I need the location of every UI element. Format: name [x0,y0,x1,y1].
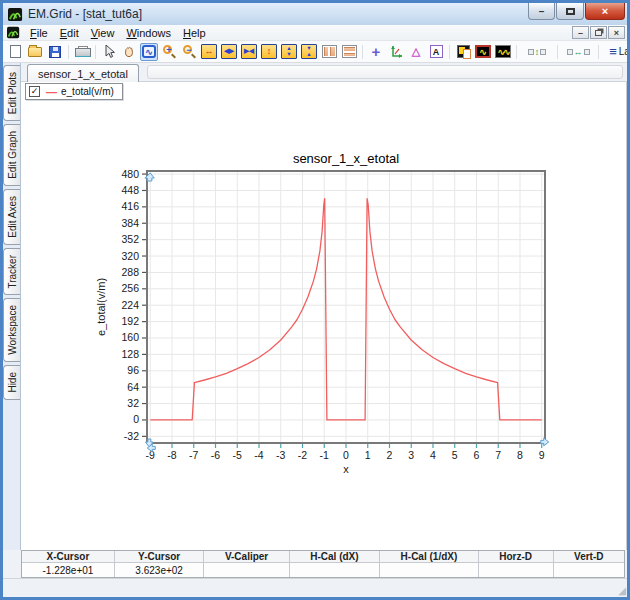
pan-tool-button[interactable] [120,43,138,61]
sidebar-item-label: Edit Axes [7,190,18,244]
minimize-icon: – [539,6,545,17]
sidebar-item-edit-plots[interactable]: Edit Plots [3,65,20,121]
mdi-close-button[interactable]: × [608,26,625,39]
resize-grip[interactable]: ◢ [618,586,626,596]
y-tick-label: 384 [121,217,139,229]
menu-edit[interactable]: Edit [54,26,85,40]
mdi-minimize-icon: – [578,28,583,38]
tab-sensor-1-x-etotal[interactable]: sensor_1_x_etotal [27,64,139,82]
tracker-value: 3.623e+02 [115,563,204,577]
tracker-readout-area: X-Cursor-1.228e+01Y-Cursor3.623e+02V-Cal… [3,550,627,578]
toolbar-separator [359,43,366,61]
mdi-minimize-button[interactable]: – [572,26,589,39]
y-tick-label: 416 [121,200,139,212]
tracker-value [380,563,478,577]
mdi-restore-icon [595,30,602,36]
layout-button[interactable]: ≡Layout [603,43,627,61]
crosshair-tool-button[interactable]: + [367,43,385,61]
open-file-button[interactable] [26,43,44,61]
x-tick-label: -3 [276,449,285,461]
menu-windows[interactable]: Windows [120,26,177,40]
toolbar-separator [446,43,453,61]
space-horizontal-button[interactable]: ↔ [562,43,594,61]
x-tick-label: -8 [167,449,176,461]
tracker-header: X-Cursor [22,551,114,563]
space-vertical-button[interactable]: ↕ [521,43,553,61]
toolbar-separator [65,43,72,61]
crosshair-icon: + [372,43,381,60]
plot-area[interactable]: -9-8-7-6-5-4-3-2-10123456789-32032649612… [21,82,626,551]
select-tool-button[interactable] [100,43,118,61]
y-tick-label: 0 [133,413,139,425]
status-bar: ◢ [3,578,627,597]
maximize-button[interactable] [556,3,584,20]
cursor-arrow-icon [102,44,116,59]
sidebar-item-workspace[interactable]: Workspace [3,298,20,362]
zoom-in-button[interactable]: + [160,43,178,61]
text-tool-button[interactable]: A [427,43,445,61]
save-floppy-icon [49,46,61,58]
y-tick-label: 288 [121,266,139,278]
x-axis-label: x [343,463,349,475]
minimize-button[interactable]: – [528,3,555,20]
x-tick-label: 6 [474,449,480,461]
plot-canvas[interactable]: ✓ — e_total(v/m) -9-8-7-6-5-4-3-2-101234… [21,82,627,550]
tracker-header: H-Cal (dX) [290,551,379,563]
y-tick-label: 256 [121,282,139,294]
menu-help[interactable]: Help [177,26,212,40]
save-file-button[interactable] [46,43,64,61]
tracker-column: H-Cal (1/dX) [379,551,478,577]
print-button[interactable] [73,43,91,61]
menu-view[interactable]: View [85,26,121,40]
sidebar-item-hide[interactable]: Hide [3,365,20,400]
tracker-column: Y-Cursor3.623e+02 [114,551,204,577]
vertical-panes-button[interactable] [320,43,338,61]
horizontal-panes-button[interactable] [340,43,358,61]
zoom-out-icon: − [182,44,197,59]
tracker-value [290,563,379,577]
compress-x-button[interactable]: ▶◀ [240,43,258,61]
legend-checkbox[interactable]: ✓ [29,86,40,97]
layout-icon: ≡Layout [609,44,627,59]
vertical-panes-icon [322,45,337,58]
plot-style-1-button[interactable]: ∿ [474,43,492,61]
image-overlay-icon [457,45,470,58]
mdi-restore-button[interactable] [590,26,607,39]
close-button[interactable]: × [585,3,625,20]
toolbar-separator [513,43,520,61]
expand-x-button[interactable]: ↔ [200,43,218,61]
shrink-y-button[interactable]: ▲▼ [280,43,298,61]
new-file-button[interactable] [6,43,24,61]
zoom-in-icon: + [162,44,177,59]
y-tick-label: 96 [127,364,139,376]
tracker-column: V-Caliper [203,551,288,577]
menu-bar: FileEditViewWindowsHelp – × [3,25,627,41]
axes-icon [389,45,403,59]
shrink-x-button[interactable]: ◀▶ [220,43,238,61]
zoom-out-button[interactable]: − [180,43,198,61]
y-tick-label: 352 [121,233,139,245]
zoom-window-tool-button[interactable]: ∿ [140,43,158,61]
compress-y-button[interactable]: ▼▲ [300,43,318,61]
x-tick-label: 7 [495,449,501,461]
tracker-column: Vert-D [553,551,624,577]
legend-line-sample: — [46,86,56,98]
tracker-value [479,563,553,577]
caliper-tool-button[interactable]: △ [407,43,425,61]
horizontal-panes-icon [342,45,357,58]
y-tick-label: 224 [121,299,139,311]
image-overlay-button[interactable] [454,43,472,61]
mdi-close-icon: × [614,28,619,38]
sidebar-item-edit-axes[interactable]: Edit Axes [3,189,20,245]
y-tick-label: 320 [121,250,139,262]
y-tick-label: 448 [121,184,139,196]
sidebar-item-label: Hide [7,366,18,399]
expand-y-button[interactable]: ↕ [260,43,278,61]
sidebar-item-tracker[interactable]: Tracker [3,248,20,296]
axes-tool-button[interactable] [387,43,405,61]
sidebar-item-edit-graph[interactable]: Edit Graph [3,124,20,186]
x-tick-label: -1 [320,449,329,461]
menu-file[interactable]: File [24,26,54,40]
toolbar-separator [595,43,602,61]
plot-style-2-button[interactable]: ∿∿ [494,43,512,61]
